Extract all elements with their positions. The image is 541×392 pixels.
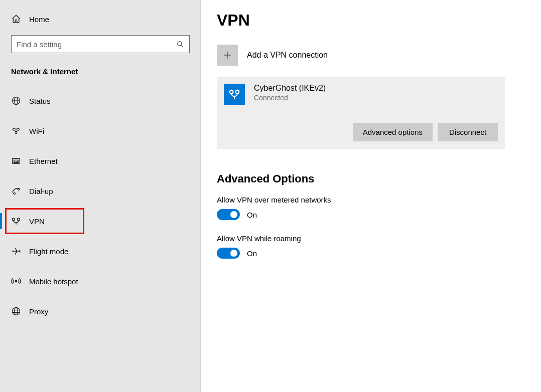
sidebar-item-label: Status [29, 97, 51, 105]
sidebar-item-label: Proxy [29, 307, 48, 316]
toggle-label-metered: Allow VPN over metered networks [217, 195, 541, 204]
toggle-roaming[interactable] [217, 248, 240, 259]
page-title: VPN [217, 11, 541, 30]
home-icon [11, 14, 21, 24]
svg-point-18 [15, 308, 18, 315]
advanced-options-button[interactable]: Advanced options [353, 123, 433, 141]
vpn-icon [11, 216, 21, 226]
proxy-icon [11, 306, 21, 316]
sidebar-item-label: Flight mode [29, 247, 68, 256]
sidebar-item-wifi[interactable]: WiFi [0, 119, 201, 143]
search-input[interactable] [17, 40, 176, 49]
airplane-icon [11, 246, 21, 256]
svg-point-11 [14, 192, 15, 194]
svg-point-14 [18, 218, 20, 221]
svg-point-16 [15, 280, 17, 282]
sidebar-category-title: Network & Internet [0, 62, 201, 82]
sidebar-item-label: Mobile hotspot [29, 277, 78, 286]
toggle-group-roaming: Allow VPN while roaming On [217, 234, 541, 259]
svg-line-1 [181, 45, 183, 47]
svg-point-0 [178, 42, 182, 46]
svg-point-23 [230, 90, 233, 94]
hotspot-icon [11, 276, 21, 286]
sidebar-item-proxy[interactable]: Proxy [0, 299, 201, 323]
sidebar-home[interactable]: Home [0, 9, 201, 29]
svg-point-12 [18, 188, 19, 190]
add-vpn-row[interactable]: Add a VPN connection [217, 45, 541, 66]
svg-point-17 [13, 308, 20, 315]
toggle-group-metered: Allow VPN over metered networks On [217, 195, 541, 220]
add-vpn-label: Add a VPN connection [247, 51, 328, 60]
svg-point-5 [16, 133, 17, 134]
vpn-connection-status: Connected [254, 94, 326, 102]
search-box[interactable] [11, 35, 190, 53]
globe-icon [11, 96, 21, 106]
disconnect-button[interactable]: Disconnect [438, 123, 498, 141]
dialup-icon [11, 186, 21, 196]
sidebar-item-label: WiFi [29, 127, 44, 135]
sidebar-home-label: Home [29, 15, 49, 24]
sidebar-item-flight-mode[interactable]: Flight mode [0, 239, 201, 263]
main-panel: VPN Add a VPN connection CyberGhost (IKE… [201, 0, 541, 392]
vpn-connection-name: CyberGhost (IKEv2) [254, 84, 326, 93]
svg-point-24 [235, 90, 239, 94]
sidebar-item-status[interactable]: Status [0, 89, 201, 113]
plus-icon [217, 45, 238, 66]
sidebar-item-mobile-hotspot[interactable]: Mobile hotspot [0, 269, 201, 293]
ethernet-icon [11, 156, 21, 166]
wifi-icon [11, 126, 21, 136]
vpn-connection-icon [224, 84, 245, 105]
search-icon [176, 40, 184, 48]
svg-point-13 [13, 218, 15, 221]
advanced-options-heading: Advanced Options [217, 172, 541, 185]
sidebar: Home Network & Internet Status [0, 0, 201, 392]
sidebar-item-ethernet[interactable]: Ethernet [0, 149, 201, 173]
vpn-connection-card[interactable]: CyberGhost (IKEv2) Connected Advanced op… [217, 77, 505, 149]
sidebar-item-vpn[interactable]: VPN [0, 209, 201, 233]
toggle-roaming-state: On [247, 249, 257, 258]
sidebar-item-label: VPN [29, 217, 45, 226]
sidebar-item-label: Dial-up [29, 187, 53, 195]
toggle-metered-state: On [247, 211, 257, 219]
toggle-label-roaming: Allow VPN while roaming [217, 234, 541, 243]
sidebar-item-label: Ethernet [29, 157, 58, 165]
toggle-metered[interactable] [217, 209, 240, 220]
sidebar-item-dialup[interactable]: Dial-up [0, 179, 201, 203]
